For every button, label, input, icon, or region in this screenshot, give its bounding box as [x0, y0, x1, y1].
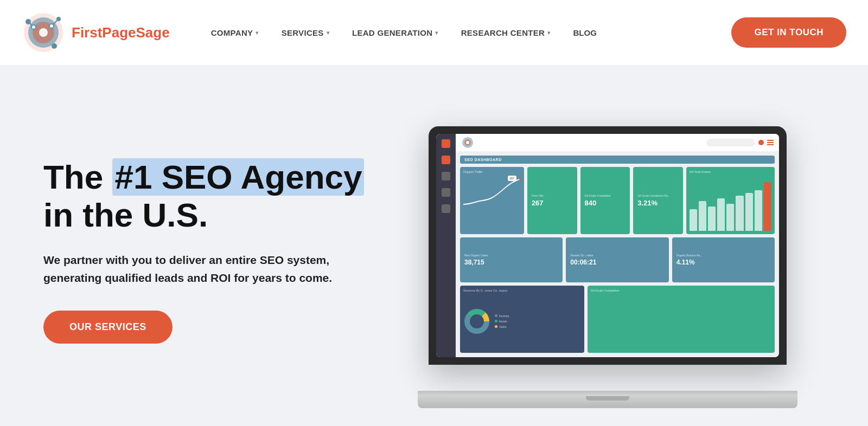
chevron-down-icon: ▾: [435, 30, 438, 36]
hero-text-block: The #1 SEO Agencyin the U.S. We partner …: [43, 158, 391, 344]
sidebar-user-icon: [442, 188, 450, 197]
laptop-screen: SEO DASHBOARD Organic Traffic 267: [429, 126, 787, 365]
nav-lead-generation[interactable]: LEAD GENERATION ▾: [343, 24, 447, 42]
legend-dot-tablet: [495, 325, 497, 328]
legend-tablet: Tablet: [495, 325, 509, 328]
events-label: GA Total Events: [690, 170, 771, 173]
dashboard-content: SEO DASHBOARD Organic Traffic 267: [456, 151, 779, 357]
svg-point-13: [466, 141, 469, 144]
events-bars: [690, 175, 771, 231]
event-bar-7: [745, 193, 753, 231]
metric-bounce-value: 4.11%: [676, 259, 770, 266]
svg-point-6: [52, 43, 57, 49]
dashboard-logo-icon: [461, 136, 474, 149]
goals-bar-card: GA Goals Completion: [588, 286, 775, 353]
legend-dot-desktop: [495, 314, 497, 317]
donut-card: Sessions By D...evice Ca...tegory: [460, 286, 584, 353]
dashboard-topbar: [456, 134, 779, 151]
legend-mobile: Mobile: [495, 320, 509, 323]
traffic-chart: 267: [463, 175, 521, 207]
laptop-mockup: SEO DASHBOARD Organic Traffic 267: [418, 126, 797, 408]
nav-blog[interactable]: BLOG: [565, 24, 605, 42]
nav-services[interactable]: SERVICES ▾: [273, 24, 338, 42]
events-card: GA Total Events: [686, 167, 775, 234]
dashboard-sidebar: [436, 134, 456, 357]
traffic-label: Organic Traffic: [463, 170, 521, 173]
stat-ga-completion-value: 840: [585, 199, 626, 207]
donut-legend: Desktop Mobile: [495, 314, 509, 328]
our-services-button[interactable]: OUR SERVICES: [43, 311, 173, 344]
laptop-base: [418, 396, 797, 408]
main-nav: COMPANY ▾ SERVICES ▾ LEAD GENERATION ▾ R…: [202, 24, 732, 42]
dashboard-main: SEO DASHBOARD Organic Traffic 267: [456, 134, 779, 357]
legend-dot-mobile: [495, 320, 497, 322]
goals-bars: [591, 293, 771, 350]
sidebar-message-icon: [442, 172, 450, 180]
traffic-tooltip: 267: [508, 176, 516, 181]
event-bar-4: [717, 198, 725, 231]
svg-point-18: [471, 316, 482, 327]
sidebar-settings-icon: [442, 204, 450, 213]
nav-research-center[interactable]: RESEARCH CENTER ▾: [452, 24, 559, 42]
header: FirstPageSage COMPANY ▾ SERVICES ▾ LEAD …: [0, 0, 868, 65]
dashboard-search: [706, 139, 755, 146]
topbar-right: [706, 139, 774, 146]
donut-content: Desktop Mobile: [463, 293, 581, 350]
chevron-down-icon: ▾: [256, 30, 258, 36]
event-bar-2: [699, 201, 706, 231]
metric-bounce-rate: Organic Bounce Ra... 4.11%: [672, 237, 775, 282]
stat-form-fills-label: Form Fills: [532, 194, 573, 197]
stat-ga-rate: GA Goals Completion Ra... 3.21%: [633, 167, 683, 234]
logo-icon: [22, 11, 65, 54]
dashboard-title: SEO DASHBOARD: [460, 156, 775, 164]
hamburger-icon: [767, 140, 774, 145]
notification-bell-icon: [758, 140, 764, 145]
hero-section: The #1 SEO Agencyin the U.S. We partner …: [0, 65, 868, 426]
svg-point-3: [39, 28, 48, 37]
logo-text: FirstPageSage: [72, 24, 170, 41]
donut-label: Sessions By D...evice Ca...tegory: [463, 289, 581, 292]
hero-laptop-image: SEO DASHBOARD Organic Traffic 267: [391, 94, 825, 408]
goals-bar-label: GA Goals Completion: [591, 289, 771, 292]
stat-ga-rate-label: GA Goals Completion Ra...: [637, 194, 679, 197]
metric-organic-label: New Organic Users: [464, 254, 558, 257]
svg-point-9: [31, 25, 36, 29]
sidebar-home-icon: [442, 139, 450, 148]
seo-dashboard: SEO DASHBOARD Organic Traffic 267: [436, 134, 779, 357]
metric-session-duration: Session Du...ration 00:06:21: [566, 237, 668, 282]
stat-ga-rate-value: 3.21%: [637, 199, 679, 207]
dashboard-row1: Organic Traffic 267: [460, 167, 775, 234]
svg-point-14: [519, 177, 521, 181]
event-bar-8: [755, 190, 762, 231]
nav-company[interactable]: COMPANY ▾: [202, 24, 267, 42]
metric-organic-users: New Organic Users 38,715: [460, 237, 563, 282]
stat-form-fills-value: 267: [532, 199, 573, 207]
legend-desktop: Desktop: [495, 314, 509, 318]
metric-session-label: Session Du...ration: [570, 254, 664, 257]
stat-ga-completion-label: GA Goals Completion: [585, 194, 626, 197]
traffic-card: Organic Traffic 267: [460, 167, 524, 234]
event-bar-9-red: [764, 182, 771, 231]
dashboard-container: SEO DASHBOARD Organic Traffic 267: [436, 134, 779, 357]
event-bar-5: [726, 204, 734, 231]
stat-form-fills: Form Fills 267: [527, 167, 577, 234]
hero-subtitle: We partner with you to deliver an entire…: [43, 251, 347, 287]
event-bar-3: [708, 206, 716, 231]
stat-ga-completion: GA Goals Completion 840: [580, 167, 630, 234]
svg-point-10: [49, 24, 54, 28]
dashboard-row2: New Organic Users 38,715 Session Du...ra…: [460, 237, 775, 282]
logo[interactable]: FirstPageSage: [22, 11, 170, 54]
metric-session-value: 00:06:21: [570, 259, 664, 266]
metric-organic-value: 38,715: [464, 259, 558, 266]
laptop-hinge: [418, 391, 797, 396]
event-bar-6: [736, 196, 743, 231]
get-in-touch-button[interactable]: GET IN TOUCH: [731, 17, 846, 48]
event-bar-1: [690, 209, 697, 231]
hero-title: The #1 SEO Agencyin the U.S.: [43, 158, 391, 234]
hero-title-highlight: #1 SEO Agency: [112, 158, 364, 196]
donut-chart-svg: [463, 308, 490, 335]
dashboard-row3: Sessions By D...evice Ca...tegory: [460, 286, 775, 353]
sidebar-chart-icon: [442, 156, 450, 164]
chevron-down-icon: ▾: [547, 30, 550, 36]
chevron-down-icon: ▾: [327, 30, 329, 36]
